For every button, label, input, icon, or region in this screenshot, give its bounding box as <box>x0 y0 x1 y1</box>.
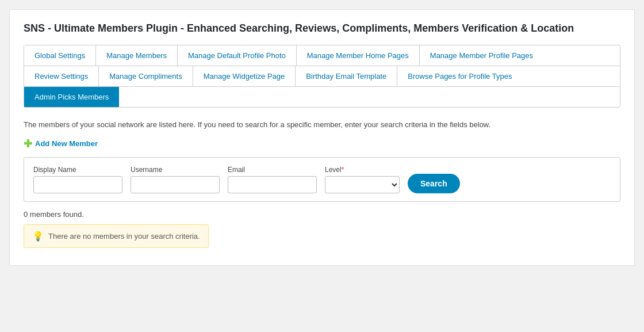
username-label: Username <box>131 166 220 174</box>
tab-review-settings[interactable]: Review Settings <box>24 66 99 86</box>
tab-manage-default-profile-photo[interactable]: Manage Default Profile Photo <box>178 45 297 66</box>
tab-admin-picks-members[interactable]: Admin Picks Members <box>24 87 119 107</box>
level-field-group: Level* <box>325 166 400 193</box>
display-name-input[interactable] <box>33 176 122 193</box>
email-input[interactable] <box>228 176 317 193</box>
tabs-row-1: Global Settings Manage Members Manage De… <box>24 45 620 66</box>
tab-browse-pages-for-profile-types[interactable]: Browse Pages for Profile Types <box>397 66 522 86</box>
members-found-text: 0 members found. <box>24 210 620 219</box>
email-label: Email <box>228 166 317 174</box>
tab-manage-compliments[interactable]: Manage Compliments <box>99 66 193 86</box>
tab-global-settings[interactable]: Global Settings <box>24 45 96 66</box>
display-name-label: Display Name <box>33 166 122 174</box>
search-fields: Display Name Username Email Level* Searc… <box>33 166 611 193</box>
display-name-field-group: Display Name <box>33 166 122 193</box>
search-box: Display Name Username Email Level* Searc… <box>24 157 620 202</box>
tabs-container: Global Settings Manage Members Manage De… <box>24 45 620 108</box>
level-select[interactable] <box>325 176 400 193</box>
bulb-icon: 💡 <box>32 231 44 242</box>
tab-manage-member-home-pages[interactable]: Manage Member Home Pages <box>297 45 420 66</box>
level-label: Level* <box>325 166 400 174</box>
no-members-notice-text: There are no members in your search crit… <box>48 232 200 241</box>
tabs-row-2: Review Settings Manage Compliments Manag… <box>24 66 620 87</box>
tab-birthday-email-template[interactable]: Birthday Email Template <box>296 66 397 86</box>
search-button[interactable]: Search <box>408 174 460 193</box>
username-field-group: Username <box>131 166 220 193</box>
email-field-group: Email <box>228 166 317 193</box>
level-required-indicator: * <box>342 166 344 174</box>
tabs-row-3: Admin Picks Members <box>24 87 620 107</box>
username-input[interactable] <box>131 176 220 193</box>
page-title: SNS - Ultimate Members Plugin - Enhanced… <box>24 21 620 36</box>
tab-manage-member-profile-pages[interactable]: Manage Member Profile Pages <box>420 45 543 66</box>
tab-manage-members[interactable]: Manage Members <box>96 45 178 66</box>
tab-manage-widgetize-page[interactable]: Manage Widgetize Page <box>193 66 296 86</box>
no-members-notice: 💡 There are no members in your search cr… <box>24 224 209 248</box>
add-new-member-link[interactable]: ✚ Add New Member <box>24 139 620 149</box>
plus-icon: ✚ <box>24 139 32 149</box>
add-member-label: Add New Member <box>35 139 98 148</box>
description-text: The members of your social network are l… <box>24 119 620 131</box>
